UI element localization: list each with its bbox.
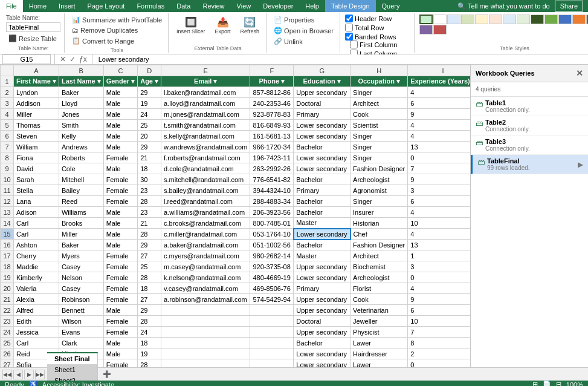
cell[interactable]: Miller xyxy=(14,109,59,120)
panel-close-button[interactable]: ✕ xyxy=(576,68,583,78)
row-number[interactable]: 18 xyxy=(1,261,14,272)
cell[interactable]: Upper secondary xyxy=(294,87,351,98)
cell[interactable]: a.lloyd@randatmail.com xyxy=(161,98,250,109)
cell[interactable]: 161-5681-13 xyxy=(250,131,294,142)
cell[interactable]: Female xyxy=(103,294,138,305)
cell[interactable]: Williams xyxy=(59,207,103,218)
cell[interactable]: Smith xyxy=(59,120,103,131)
cell[interactable]: 25 xyxy=(138,261,161,272)
cell[interactable]: Adison xyxy=(14,207,59,218)
cell[interactable]: Andrews xyxy=(59,142,103,152)
cell[interactable] xyxy=(250,316,294,327)
cell[interactable]: Female xyxy=(103,327,138,338)
row-number[interactable]: 21 xyxy=(1,294,14,305)
cell[interactable]: Biochemist xyxy=(351,261,408,272)
style-swatch-4[interactable] xyxy=(475,15,488,24)
cell[interactable]: Kimberly xyxy=(14,272,59,283)
col-e-header[interactable]: E xyxy=(161,65,250,76)
cell[interactable]: 6 xyxy=(408,98,470,109)
cell[interactable]: s.bailey@randatmail.com xyxy=(161,185,250,196)
tab-data[interactable]: Data xyxy=(170,0,196,12)
cell[interactable]: Addison xyxy=(14,98,59,109)
cell[interactable] xyxy=(250,359,294,368)
cell[interactable]: Veterinarian xyxy=(351,305,408,316)
cell[interactable]: 923-8778-83 xyxy=(250,109,294,120)
convert-to-range-button[interactable]: 📋 Convert to Range xyxy=(69,36,137,46)
cell[interactable]: 3 xyxy=(408,185,470,196)
cell[interactable]: 19 xyxy=(138,348,161,359)
banded-rows-checkbox-label[interactable]: Banded Rows xyxy=(345,33,396,41)
row-number[interactable]: 4 xyxy=(1,109,14,120)
cell[interactable]: Master xyxy=(294,250,351,261)
cell[interactable]: 263-2992-26 xyxy=(250,163,294,174)
cell[interactable]: Stella xyxy=(14,185,59,196)
cell[interactable]: 4 xyxy=(408,229,470,240)
cell[interactable]: Lower secondary xyxy=(294,120,351,131)
query-item-table3[interactable]: 🗃 Table3 Connection only. xyxy=(471,136,588,155)
row-number[interactable]: 9 xyxy=(1,163,14,174)
cell[interactable]: Male xyxy=(103,131,138,142)
style-swatch-6[interactable] xyxy=(503,15,516,24)
cell[interactable]: Male xyxy=(103,98,138,109)
cell[interactable]: 4 xyxy=(408,207,470,218)
style-swatch-13[interactable] xyxy=(419,25,433,34)
cell[interactable]: 4 xyxy=(408,87,470,98)
cell[interactable]: Primary xyxy=(294,109,351,120)
cell[interactable]: a.baker@randatmail.com xyxy=(161,240,250,250)
cell[interactable]: Jones xyxy=(59,109,103,120)
row-number[interactable]: 20 xyxy=(1,283,14,294)
cell[interactable]: Doctoral xyxy=(294,98,351,109)
unlink-button[interactable]: 🔗 Unlink xyxy=(271,36,305,47)
row-number[interactable]: 27 xyxy=(1,359,14,368)
cell[interactable]: Brooks xyxy=(59,218,103,229)
cell[interactable]: 051-1002-56 xyxy=(250,240,294,250)
header-row-checkbox-label[interactable]: Header Row xyxy=(345,15,392,22)
cell[interactable]: 0 xyxy=(408,359,470,368)
cell[interactable]: Upper secondary xyxy=(294,327,351,338)
cell[interactable]: w.andrews@randatmail.com xyxy=(161,142,250,152)
cell[interactable]: Roberts xyxy=(59,152,103,163)
cell-reference-input[interactable] xyxy=(2,54,51,64)
col-education[interactable]: Education ▾ xyxy=(294,76,351,87)
cell[interactable]: Lloyd xyxy=(59,98,103,109)
cell[interactable]: Reed xyxy=(59,196,103,207)
col-email[interactable]: Email ▾ xyxy=(161,76,250,87)
cell[interactable]: 21 xyxy=(138,218,161,229)
cell[interactable]: Carl xyxy=(14,229,59,240)
formula-insert-icon[interactable]: ƒx xyxy=(78,54,88,64)
cell[interactable]: Singer xyxy=(351,131,408,142)
cell[interactable]: Cole xyxy=(59,163,103,174)
cell[interactable]: 9 xyxy=(408,174,470,185)
cell[interactable]: Male xyxy=(103,348,138,359)
cell[interactable]: Jessica xyxy=(14,327,59,338)
style-swatch-7[interactable] xyxy=(517,15,530,24)
cell[interactable]: c.brooks@randatmail.com xyxy=(161,218,250,229)
cell[interactable]: l.reed@randatmail.com xyxy=(161,196,250,207)
refresh-button[interactable]: 🔄 Refresh xyxy=(237,15,263,36)
cell[interactable]: a.williams@randatmail.com xyxy=(161,207,250,218)
cell[interactable]: 27 xyxy=(138,250,161,261)
add-sheet-button[interactable]: ➕ xyxy=(98,368,116,380)
style-swatch-14[interactable] xyxy=(433,25,447,34)
cell[interactable]: 19 xyxy=(138,98,161,109)
row-number[interactable]: 23 xyxy=(1,316,14,327)
cell[interactable]: Physicist xyxy=(351,327,408,338)
cell[interactable]: Cook xyxy=(351,294,408,305)
row-number[interactable]: 13 xyxy=(1,207,14,218)
cell[interactable]: 240-2353-46 xyxy=(250,98,294,109)
cell[interactable]: Bachelor xyxy=(294,240,351,250)
cell[interactable]: 6 xyxy=(408,196,470,207)
row-number[interactable]: 24 xyxy=(1,327,14,338)
cell[interactable]: 469-8506-76 xyxy=(250,283,294,294)
col-b-header[interactable]: B xyxy=(59,65,103,76)
cell[interactable]: Male xyxy=(103,163,138,174)
cell[interactable] xyxy=(161,338,250,348)
cell[interactable]: 24 xyxy=(138,109,161,120)
col-c-header[interactable]: C xyxy=(103,65,138,76)
cell[interactable]: Bachelor xyxy=(294,207,351,218)
view-layout-icon[interactable]: 📄 xyxy=(543,381,551,386)
cell[interactable] xyxy=(161,348,250,359)
cell[interactable]: Male xyxy=(103,87,138,98)
cell[interactable]: 7 xyxy=(408,163,470,174)
cell[interactable]: Female xyxy=(103,283,138,294)
